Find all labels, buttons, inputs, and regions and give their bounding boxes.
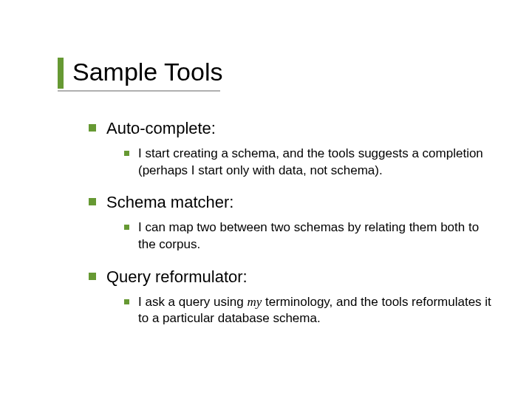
sub-list-item: I can map two between two schemas by rel… xyxy=(124,219,495,253)
sub-item-text: I can map two between two schemas by rel… xyxy=(138,219,495,253)
sub-list-item: I ask a query using my terminology, and … xyxy=(124,294,495,328)
square-bullet-icon xyxy=(89,198,96,205)
sub-item-text: I start creating a schema, and the tools… xyxy=(138,146,495,180)
sub-text-pre: I ask a query using xyxy=(138,295,247,309)
list-item: Query reformulator: I ask a query using … xyxy=(89,267,495,327)
list-item: Schema matcher: I can map two between tw… xyxy=(89,192,495,253)
content-area: Auto-complete: I start creating a schema… xyxy=(89,118,495,341)
title-accent-bar xyxy=(58,58,64,89)
slide-title: Sample Tools xyxy=(72,58,223,86)
sub-item-text: I ask a query using my terminology, and … xyxy=(138,294,495,328)
slide: Sample Tools Auto-complete: I start crea… xyxy=(0,0,532,399)
square-bullet-icon xyxy=(89,273,96,280)
title-underline xyxy=(58,90,220,92)
item-label: Schema matcher: xyxy=(106,192,233,214)
sub-text-emphasis: my xyxy=(247,295,262,309)
list-item: Auto-complete: I start creating a schema… xyxy=(89,118,495,179)
item-label: Auto-complete: xyxy=(106,118,216,140)
square-bullet-icon xyxy=(124,299,129,304)
item-label: Query reformulator: xyxy=(106,267,248,288)
square-bullet-icon xyxy=(124,225,129,230)
sub-list-item: I start creating a schema, and the tools… xyxy=(124,146,495,180)
square-bullet-icon xyxy=(89,124,96,132)
square-bullet-icon xyxy=(124,151,129,156)
